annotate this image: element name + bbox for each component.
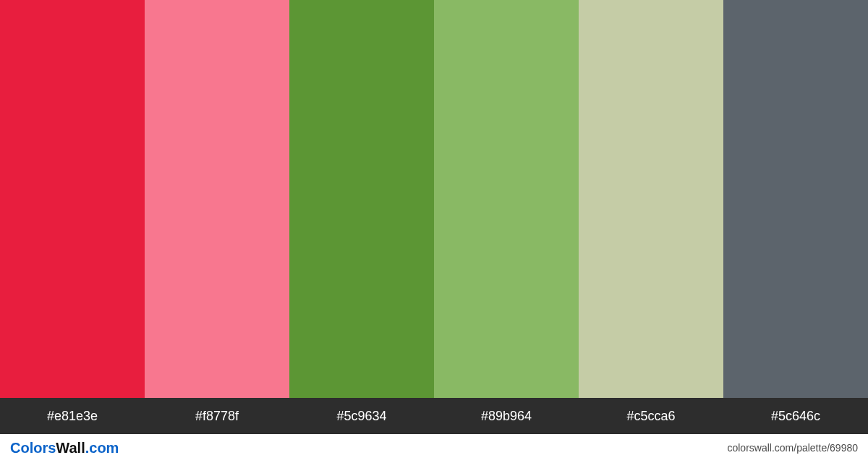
- brand-part-colors: Colors: [10, 440, 56, 456]
- hex-code-label: #f8778f: [145, 398, 289, 434]
- color-swatch: [434, 0, 579, 398]
- hex-code-label: #c5cca6: [579, 398, 723, 434]
- hex-label-row: #e81e3e #f8778f #5c9634 #89b964 #c5cca6 …: [0, 398, 868, 434]
- palette-swatch-row: [0, 0, 868, 398]
- hex-code-label: #e81e3e: [0, 398, 145, 434]
- color-swatch: [145, 0, 289, 398]
- color-swatch: [289, 0, 434, 398]
- brand-suffix: .com: [85, 440, 119, 456]
- color-swatch: [579, 0, 723, 398]
- footer-bar: ColorsWall.com colorswall.com/palette/69…: [0, 434, 868, 463]
- color-swatch: [0, 0, 145, 398]
- brand-logo[interactable]: ColorsWall.com: [10, 440, 119, 456]
- brand-part-wall: Wall: [56, 440, 85, 456]
- palette-permalink[interactable]: colorswall.com/palette/69980: [727, 442, 858, 454]
- hex-code-label: #89b964: [434, 398, 579, 434]
- hex-code-label: #5c9634: [289, 398, 434, 434]
- hex-code-label: #5c646c: [723, 398, 868, 434]
- color-swatch: [723, 0, 868, 398]
